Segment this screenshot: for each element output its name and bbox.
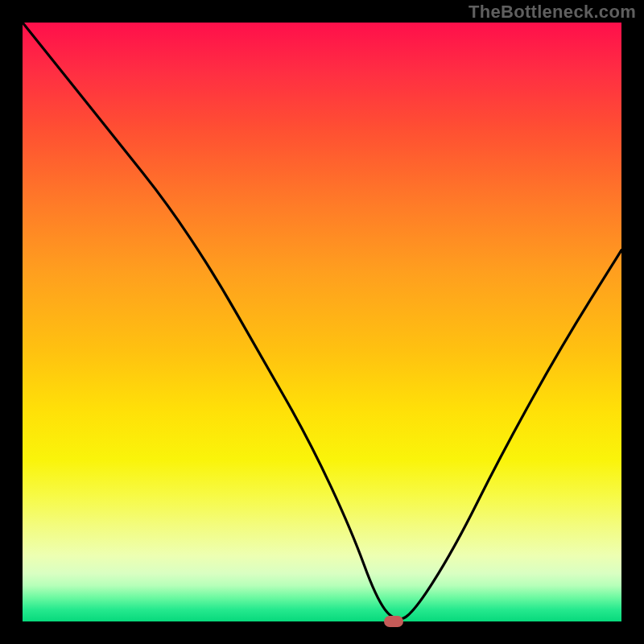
chart-frame: TheBottleneck.com bbox=[0, 0, 644, 644]
optimal-point-marker bbox=[384, 616, 403, 627]
watermark-text: TheBottleneck.com bbox=[469, 2, 636, 23]
bottleneck-curve bbox=[23, 23, 621, 621]
curve-path bbox=[23, 23, 621, 619]
plot-area bbox=[23, 23, 621, 621]
